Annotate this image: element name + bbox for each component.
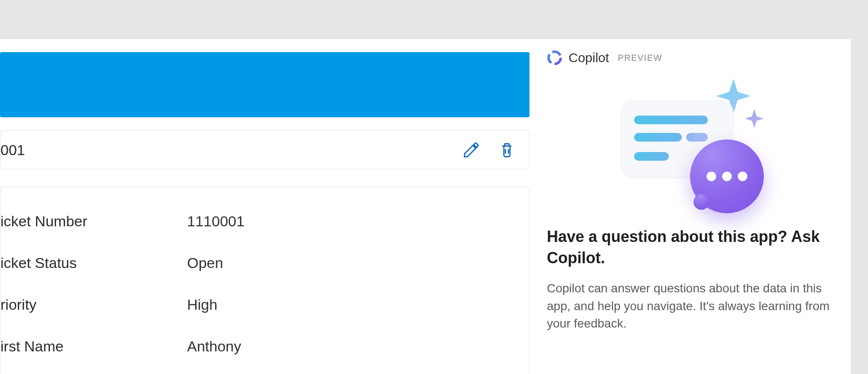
record-details-card: icket Number 1110001 icket Status Open r… [0, 187, 529, 374]
header-banner [0, 52, 529, 117]
copilot-panel: Copilot PREVIEW Have a question about th… [547, 39, 851, 374]
record-title: 001 [0, 142, 25, 159]
copilot-description: Copilot can answer questions about the d… [547, 280, 833, 333]
field-value: Anthony [187, 338, 241, 355]
field-row-ticket-number: icket Number 1110001 [0, 200, 529, 242]
copilot-illustration [612, 74, 768, 213]
field-row-priority: riority High [0, 284, 529, 325]
copilot-preview-badge: PREVIEW [618, 53, 662, 63]
copilot-header: Copilot PREVIEW [547, 50, 833, 66]
svg-point-0 [549, 52, 561, 64]
copilot-title: Copilot [569, 50, 609, 65]
edit-icon[interactable] [462, 141, 480, 159]
main-content: 001 icket Number 1110001 [0, 39, 529, 374]
field-value: 1110001 [187, 213, 244, 230]
field-value: Open [187, 255, 223, 271]
field-row-first-name: irst Name Anthony [0, 325, 529, 367]
record-actions [462, 141, 516, 159]
field-label: icket Status [0, 255, 187, 271]
field-label: irst Name [0, 338, 187, 355]
field-row-last-name: ast Name Ivanov [0, 367, 529, 374]
app-canvas: 001 icket Number 1110001 [0, 39, 842, 374]
chat-bubble-icon [690, 139, 764, 213]
copilot-heading: Have a question about this app? Ask Copi… [547, 226, 833, 268]
delete-icon[interactable] [498, 141, 516, 159]
record-header-bar: 001 [0, 130, 529, 169]
sparkle-icon [745, 109, 764, 128]
field-row-ticket-status: icket Status Open [0, 242, 529, 284]
copilot-logo-icon [547, 50, 562, 66]
field-label: icket Number [0, 213, 187, 230]
field-value: High [187, 296, 217, 313]
field-label: riority [0, 296, 187, 313]
